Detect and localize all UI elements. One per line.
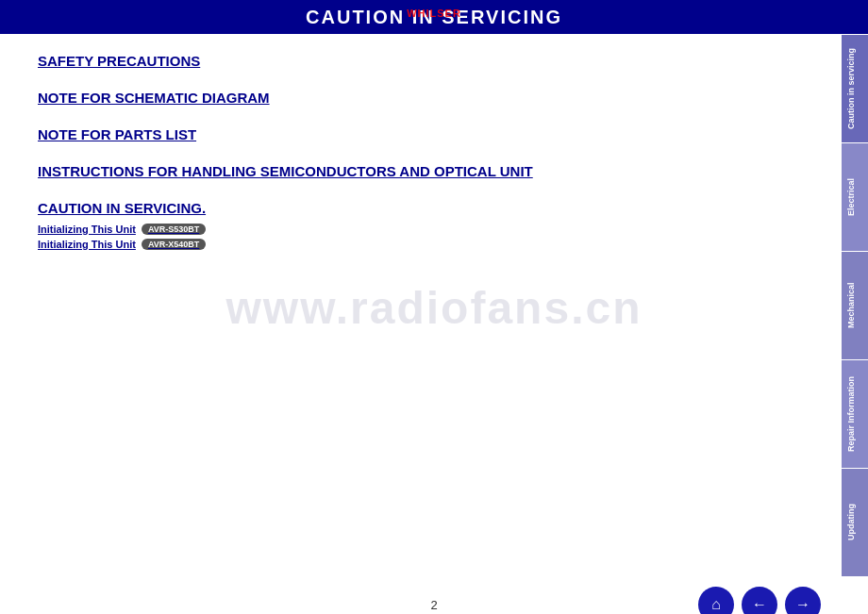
init-item-s530: Initializing This Unit AVR-S530BT — [38, 224, 813, 235]
home-button[interactable]: ⌂ — [698, 587, 734, 614]
badge-s530[interactable]: AVR-S530BT — [142, 224, 206, 235]
sidebar-tab-mechanical[interactable]: Mechanical — [842, 251, 868, 359]
forward-button[interactable]: → — [785, 587, 821, 614]
badge-x540[interactable]: AVR-X540BT — [142, 239, 206, 250]
forward-icon: → — [795, 596, 810, 613]
sidebar-tabs: Caution in servicing Electrical Mechanic… — [842, 34, 868, 576]
footer-nav: ⌂ ← → — [698, 587, 821, 614]
link-schematic-diagram[interactable]: NOTE FOR SCHEMATIC DIAGRAM — [38, 90, 813, 106]
sidebar-tab-repair[interactable]: Repair Information — [842, 359, 868, 468]
header: WHILSER CAUTION IN SERVICING — [0, 0, 868, 34]
sidebar-tab-updating[interactable]: Updating — [842, 468, 868, 576]
sidebar-tab-caution[interactable]: Caution in servicing — [842, 34, 868, 142]
init-label-s530[interactable]: Initializing This Unit — [38, 224, 136, 235]
caution-heading: CAUTION IN SERVICING. — [38, 200, 813, 216]
init-label-x540[interactable]: Initializing This Unit — [38, 239, 136, 250]
link-parts-list[interactable]: NOTE FOR PARTS LIST — [38, 126, 813, 142]
header-watermark: WHILSER — [407, 8, 461, 19]
back-button[interactable]: ← — [742, 587, 777, 614]
sidebar-tab-electrical[interactable]: Electrical — [842, 142, 868, 251]
main-content: SAFETY PRECAUTIONS NOTE FOR SCHEMATIC DI… — [0, 34, 842, 273]
init-item-x540: Initializing This Unit AVR-X540BT — [38, 239, 813, 250]
page-number: 2 — [430, 598, 437, 612]
link-safety-precautions[interactable]: SAFETY PRECAUTIONS — [38, 53, 813, 69]
back-icon: ← — [752, 596, 767, 613]
home-icon: ⌂ — [711, 596, 721, 613]
link-semiconductors[interactable]: INSTRUCTIONS FOR HANDLING SEMICONDUCTORS… — [38, 163, 813, 179]
watermark: www.radiofans.cn — [226, 281, 643, 333]
